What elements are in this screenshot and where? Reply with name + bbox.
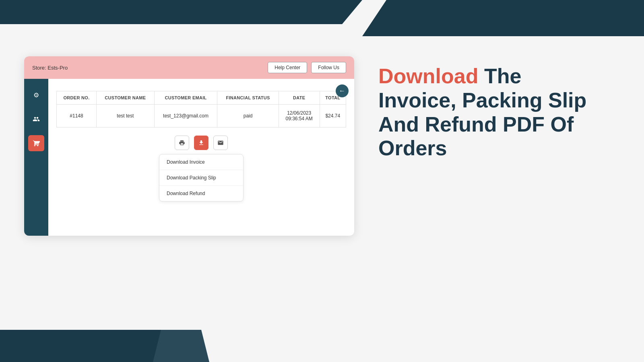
email-button[interactable] [213, 136, 228, 150]
header-buttons: Help Center Follow Us [268, 62, 346, 73]
panel-body: ⚙ ← [24, 79, 354, 236]
promo-highlight: Download [378, 64, 478, 88]
sidebar: ⚙ [24, 79, 48, 236]
orders-table: ORDER NO. CUSTOMER NAME CUSTOMER EMAIL F… [56, 91, 346, 128]
order-total: $24.74 [320, 105, 346, 128]
action-icons [56, 136, 346, 150]
panel-main: ← ORDER NO. CUSTOMER NAME CUSTOMER EMAIL… [48, 79, 354, 236]
col-order-no: ORDER NO. [57, 91, 97, 105]
col-customer-email: CUSTOMER EMAIL [154, 91, 217, 105]
download-invoice-item[interactable]: Download Invoice [159, 154, 243, 170]
bg-decoration-top-left [0, 0, 386, 24]
follow-us-button[interactable]: Follow Us [311, 62, 346, 73]
promo-text: Download The Invoice, Packing Slip And R… [354, 56, 620, 169]
help-center-button[interactable]: Help Center [268, 62, 307, 73]
table-row: #1148 test test test_123@gmail.com paid … [57, 105, 346, 128]
app-panel: Store: Ests-Pro Help Center Follow Us ⚙ [24, 56, 354, 236]
download-dropdown: Download Invoice Download Packing Slip D… [159, 154, 244, 202]
col-customer-name: CUSTOMER NAME [96, 91, 154, 105]
main-content: Store: Ests-Pro Help Center Follow Us ⚙ [0, 40, 644, 252]
financial-status: paid [217, 105, 279, 128]
customer-name: test test [96, 105, 154, 128]
download-refund-item[interactable]: Download Refund [159, 186, 243, 201]
col-date: DATE [279, 91, 320, 105]
sidebar-users-icon[interactable] [28, 111, 44, 127]
promo-heading: Download The Invoice, Packing Slip And R… [378, 64, 596, 160]
sidebar-settings-icon[interactable]: ⚙ [28, 87, 44, 103]
col-financial-status: FINANCIAL STATUS [217, 91, 279, 105]
bg-decoration-top-right [362, 0, 644, 36]
download-button[interactable] [194, 136, 208, 150]
store-label: Store: Ests-Pro [32, 65, 68, 71]
sidebar-cart-icon[interactable] [28, 135, 44, 151]
order-no: #1148 [57, 105, 97, 128]
back-button[interactable]: ← [336, 84, 349, 97]
download-packing-slip-item[interactable]: Download Packing Slip [159, 170, 243, 186]
order-date: 12/06/202309:36:54 AM [279, 105, 320, 128]
bg-decoration-bottom-right [153, 330, 209, 362]
print-button[interactable] [175, 136, 189, 150]
panel-header: Store: Ests-Pro Help Center Follow Us [24, 56, 354, 79]
customer-email: test_123@gmail.com [154, 105, 217, 128]
